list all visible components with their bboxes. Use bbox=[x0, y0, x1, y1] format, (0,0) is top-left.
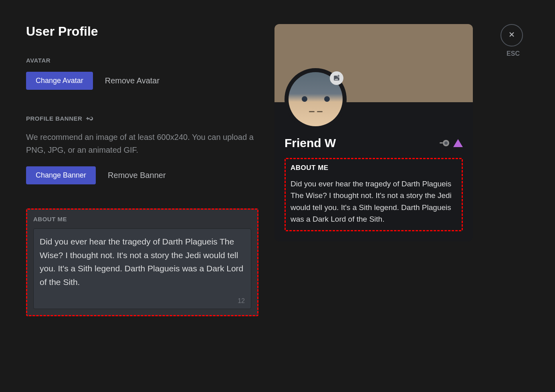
character-count: 12 bbox=[238, 297, 245, 305]
change-banner-button[interactable]: Change Banner bbox=[26, 166, 96, 184]
nitro-icon bbox=[85, 114, 94, 123]
remove-banner-button[interactable]: Remove Banner bbox=[108, 171, 166, 180]
username: Friend W bbox=[285, 136, 336, 150]
close-button[interactable] bbox=[501, 24, 523, 46]
svg-rect-0 bbox=[440, 142, 443, 143]
edit-avatar-button[interactable] bbox=[330, 71, 343, 85]
page-title: User Profile bbox=[26, 24, 258, 39]
profile-about-label: ABOUT ME bbox=[291, 164, 457, 172]
close-icon bbox=[508, 30, 516, 41]
avatar-wrapper bbox=[285, 68, 347, 130]
badges bbox=[439, 139, 463, 147]
profile-about-text: Did you ever hear the tragedy of Darth P… bbox=[291, 178, 457, 225]
profile-banner bbox=[274, 24, 473, 102]
add-image-icon bbox=[333, 74, 340, 83]
about-me-label: ABOUT ME bbox=[33, 216, 251, 222]
profile-preview-card: Friend W ABOUT ME bbox=[274, 24, 473, 241]
change-avatar-button[interactable]: Change Avatar bbox=[26, 72, 93, 90]
profile-about-section: ABOUT ME Did you ever hear the tragedy o… bbox=[285, 158, 463, 231]
avatar-section-label: AVATAR bbox=[26, 57, 258, 64]
boost-badge-icon bbox=[453, 139, 463, 147]
svg-point-2 bbox=[444, 141, 448, 145]
esc-label: ESC bbox=[507, 50, 520, 57]
nitro-badge-icon bbox=[439, 139, 450, 147]
banner-section-label: PROFILE BANNER bbox=[26, 114, 258, 123]
about-me-section: ABOUT ME 12 bbox=[26, 208, 258, 316]
remove-avatar-button[interactable]: Remove Avatar bbox=[105, 76, 159, 85]
banner-description: We recommend an image of at least 600x24… bbox=[26, 131, 258, 156]
about-me-textarea[interactable] bbox=[40, 235, 245, 301]
settings-panel: User Profile AVATAR Change Avatar Remove… bbox=[26, 24, 258, 316]
